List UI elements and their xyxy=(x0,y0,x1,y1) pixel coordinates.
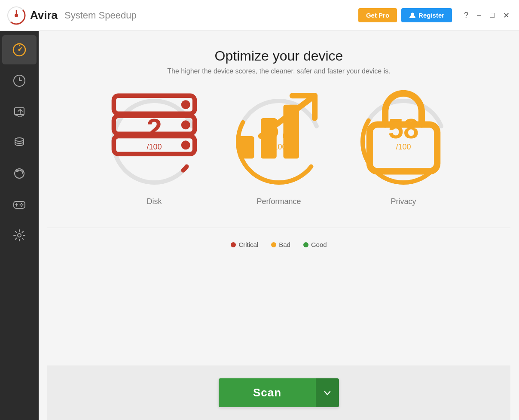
disk-icon-decoration xyxy=(105,78,204,178)
disk-score-card: 2 /100 xyxy=(105,92,204,206)
svg-point-27 xyxy=(181,100,190,109)
sidebar-item-clock[interactable] xyxy=(2,66,37,95)
bottom-bar: Scan xyxy=(47,365,510,420)
performance-label: Performance xyxy=(256,197,301,206)
sidebar-item-settings[interactable] xyxy=(2,221,37,250)
scores-divider xyxy=(47,228,510,228)
title-bar-actions: Get Pro Register ? – □ ✕ xyxy=(358,8,512,22)
sidebar xyxy=(0,31,39,420)
avira-logo-icon xyxy=(7,6,26,25)
sidebar-item-restore[interactable] xyxy=(2,159,37,188)
svg-point-21 xyxy=(18,234,21,237)
main-layout: Optimize your device The higher the devi… xyxy=(0,31,519,420)
legend-critical-dot xyxy=(231,242,236,247)
legend-good-label: Good xyxy=(311,241,327,248)
restore-icon xyxy=(12,166,27,181)
settings-icon xyxy=(12,228,27,243)
svg-point-29 xyxy=(181,140,190,149)
svg-point-19 xyxy=(20,204,21,206)
disk-circle: 2 /100 xyxy=(105,92,204,191)
maximize-button[interactable]: □ xyxy=(487,10,497,21)
app-logo-group: Avira System Speedup xyxy=(7,6,358,25)
page-title: Optimize your device xyxy=(215,48,343,64)
privacy-circle: 58 /100 xyxy=(354,92,453,191)
legend-good: Good xyxy=(303,241,327,248)
home-icon xyxy=(12,43,27,57)
svg-rect-32 xyxy=(238,136,254,158)
legend-bad-label: Bad xyxy=(279,241,290,248)
content-area: Optimize your device The higher the devi… xyxy=(39,31,519,420)
close-button[interactable]: ✕ xyxy=(501,10,512,21)
svg-point-6 xyxy=(18,49,21,51)
performance-circle: 57 /100 xyxy=(229,92,328,191)
scan-button[interactable]: Scan xyxy=(219,378,316,407)
chevron-down-icon xyxy=(324,389,331,397)
page-subtitle: The higher the device scores, the cleane… xyxy=(167,67,390,75)
legend-good-dot xyxy=(303,242,308,247)
scores-row: 2 /100 xyxy=(105,92,453,206)
legend-bad: Bad xyxy=(271,241,290,248)
register-button[interactable]: Register xyxy=(401,8,452,22)
help-button[interactable]: ? xyxy=(461,10,471,21)
legend: Critical Bad Good xyxy=(231,241,327,248)
scan-button-group: Scan xyxy=(219,378,339,407)
game-icon xyxy=(12,197,27,212)
window-controls: ? – □ ✕ xyxy=(461,10,512,21)
title-bar: Avira System Speedup Get Pro Register ? … xyxy=(0,0,519,31)
register-label: Register xyxy=(418,12,444,19)
privacy-label: Privacy xyxy=(391,197,416,206)
app-name-sub: System Speedup xyxy=(64,10,137,21)
user-icon xyxy=(409,12,416,19)
disk-icon xyxy=(12,135,27,150)
svg-point-17 xyxy=(21,203,22,204)
performance-score-card: 57 /100 Performance xyxy=(229,92,328,206)
clock-icon xyxy=(12,73,27,88)
startup-icon xyxy=(12,104,27,119)
performance-icon-decoration xyxy=(229,78,328,178)
svg-rect-38 xyxy=(369,125,437,171)
sidebar-item-startup[interactable] xyxy=(2,97,37,126)
svg-point-12 xyxy=(15,138,24,141)
app-name-avira: Avira xyxy=(30,9,58,22)
get-pro-button[interactable]: Get Pro xyxy=(358,8,397,22)
svg-point-20 xyxy=(21,206,22,207)
svg-point-28 xyxy=(181,120,190,129)
privacy-icon-decoration xyxy=(354,78,453,178)
sidebar-item-home[interactable] xyxy=(2,35,37,64)
disk-label: Disk xyxy=(147,197,162,206)
scan-dropdown-button[interactable] xyxy=(316,378,339,407)
sidebar-item-game[interactable] xyxy=(2,190,37,219)
svg-point-18 xyxy=(22,204,24,206)
sidebar-item-disk[interactable] xyxy=(2,128,37,157)
minimize-button[interactable]: – xyxy=(474,10,484,21)
legend-bad-dot xyxy=(271,242,276,247)
privacy-score-card: 58 /100 Privacy xyxy=(354,92,453,206)
legend-critical: Critical xyxy=(231,241,258,248)
legend-critical-label: Critical xyxy=(238,241,258,248)
